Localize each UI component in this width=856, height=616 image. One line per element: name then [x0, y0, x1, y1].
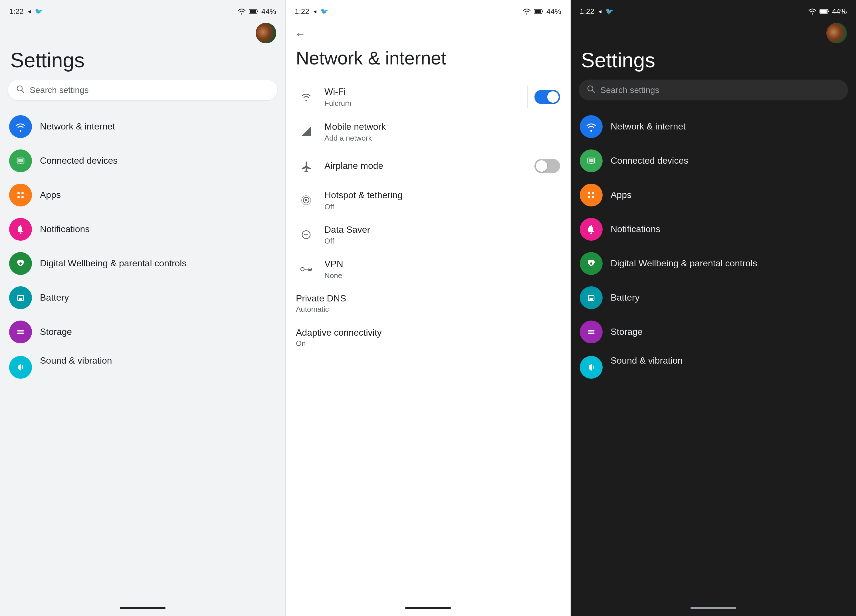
- battery-text-2: 44%: [547, 7, 561, 16]
- hotspot-text: Hotspot & tethering Off: [325, 189, 560, 211]
- datasaver-label: Data Saver: [325, 224, 560, 236]
- location-icon-2: ◂: [313, 8, 316, 15]
- settings-item-apps-3[interactable]: Apps: [571, 178, 856, 212]
- network-item-datasaver[interactable]: Data Saver Off: [286, 218, 570, 252]
- adaptive-sublabel: On: [296, 339, 560, 348]
- wifi-toggle-thumb: [547, 91, 559, 103]
- svg-point-9: [17, 192, 20, 194]
- notifications-icon-3: [580, 218, 603, 241]
- mobile-row-icon: [296, 121, 316, 142]
- status-bar-left-2: 1:22 ◂ 🐦: [295, 7, 328, 16]
- network-label-3: Network & internet: [611, 121, 686, 133]
- avatar-3[interactable]: [826, 23, 847, 43]
- search-bar-3[interactable]: Search settings: [579, 80, 848, 100]
- status-bar-1: 1:22 ◂ 🐦 44%: [0, 0, 285, 20]
- connected-label-1: Connected devices: [40, 155, 117, 167]
- status-bar-right-2: 44%: [522, 7, 561, 16]
- svg-rect-2: [257, 11, 258, 12]
- settings-item-connected-1[interactable]: Connected devices: [0, 144, 285, 178]
- search-icon-1: [16, 85, 25, 95]
- svg-rect-25: [542, 11, 543, 12]
- storage-label-3: Storage: [611, 326, 643, 338]
- svg-rect-41: [589, 159, 593, 162]
- battery-label-3: Battery: [611, 292, 639, 304]
- svg-rect-37: [828, 11, 829, 12]
- svg-rect-6: [18, 159, 23, 162]
- battery-icon-1: [249, 9, 259, 14]
- settings-item-wellbeing-3[interactable]: Digital Wellbeing & parental controls: [571, 246, 856, 281]
- page-title-3: Settings: [571, 43, 856, 80]
- settings-item-storage-1[interactable]: Storage: [0, 315, 285, 349]
- time-1: 1:22: [9, 7, 24, 16]
- back-button[interactable]: ←: [295, 28, 306, 40]
- svg-rect-34: [309, 269, 311, 270]
- network-item-hotspot[interactable]: Hotspot & tethering Off: [286, 183, 570, 218]
- adaptive-label: Adaptive connectivity: [296, 327, 560, 338]
- avatar-1[interactable]: [256, 23, 276, 43]
- storage-label-1: Storage: [40, 326, 72, 338]
- network-item-adaptive[interactable]: Adaptive connectivity On: [286, 321, 570, 355]
- location-icon-1: ◂: [28, 8, 31, 15]
- wifi-text: Wi-Fi Fulcrum: [325, 86, 520, 108]
- status-bar-3: 1:22 ◂ 🐦 44%: [571, 0, 856, 20]
- sound-icon-3: [580, 356, 603, 379]
- sound-icon-1: [9, 356, 32, 379]
- airplane-text: Airplane mode: [325, 160, 534, 172]
- avatar-container-1: [0, 20, 285, 43]
- notifications-label-1: Notifications: [40, 223, 89, 235]
- settings-item-sound-1[interactable]: Sound & vibration: [0, 349, 285, 384]
- svg-line-4: [22, 91, 24, 92]
- apps-icon-1: [9, 184, 32, 206]
- settings-list-1: Network & internet Connected devices: [0, 109, 285, 616]
- settings-item-sound-3[interactable]: Sound & vibration: [571, 349, 856, 384]
- network-label-1: Network & internet: [40, 121, 115, 133]
- vpn-sublabel: None: [325, 271, 560, 280]
- avatar-image-3: [826, 23, 847, 43]
- settings-item-connected-3[interactable]: Connected devices: [571, 144, 856, 178]
- datasaver-sublabel: Off: [325, 237, 560, 246]
- wifi-icon-3: [808, 8, 817, 15]
- svg-point-15: [19, 263, 22, 265]
- settings-item-storage-3[interactable]: Storage: [571, 315, 856, 349]
- wifi-toggle[interactable]: [534, 90, 560, 104]
- svg-point-49: [591, 225, 592, 227]
- network-item-mobile[interactable]: Mobile network Add a network: [286, 115, 570, 149]
- settings-item-network-1[interactable]: Network & internet: [0, 109, 285, 144]
- settings-item-wellbeing-1[interactable]: Digital Wellbeing & parental controls: [0, 246, 285, 281]
- svg-point-12: [22, 196, 24, 198]
- avatar-image-1: [256, 23, 276, 43]
- airplane-toggle[interactable]: [534, 159, 560, 173]
- mobile-label: Mobile network: [325, 121, 560, 133]
- hotspot-label: Hotspot & tethering: [325, 189, 560, 201]
- connected-icon-1: [9, 149, 32, 172]
- page-title-1: Settings: [0, 43, 285, 80]
- battery-text-3: 44%: [832, 7, 847, 16]
- svg-point-10: [22, 192, 24, 194]
- wifi-sublabel: Fulcrum: [325, 99, 520, 108]
- network-item-dns[interactable]: Private DNS Automatic: [286, 286, 570, 321]
- search-bar-1[interactable]: Search settings: [8, 80, 277, 100]
- settings-item-notifications-1[interactable]: Notifications: [0, 212, 285, 246]
- settings-item-apps-1[interactable]: Apps: [0, 178, 285, 212]
- battery-icon-3: [819, 9, 829, 14]
- svg-point-31: [301, 267, 304, 271]
- settings-item-battery-1[interactable]: Battery: [0, 281, 285, 315]
- settings-item-network-3[interactable]: Network & internet: [571, 109, 856, 144]
- svg-marker-26: [301, 126, 311, 136]
- time-2: 1:22: [295, 7, 309, 16]
- settings-item-notifications-3[interactable]: Notifications: [571, 212, 856, 246]
- twitter-icon-1: 🐦: [35, 8, 43, 15]
- svg-marker-22: [18, 364, 21, 371]
- notifications-icon-1: [9, 218, 32, 241]
- svg-point-45: [592, 192, 594, 194]
- svg-point-50: [590, 263, 592, 265]
- network-item-wifi[interactable]: Wi-Fi Fulcrum: [286, 79, 570, 115]
- network-item-vpn[interactable]: VPN None: [286, 252, 570, 286]
- airplane-label: Airplane mode: [325, 160, 534, 172]
- settings-item-battery-3[interactable]: Battery: [571, 281, 856, 315]
- network-item-airplane[interactable]: Airplane mode: [286, 149, 570, 183]
- airplane-toggle-container: [534, 159, 560, 173]
- battery-text-1: 44%: [261, 7, 276, 16]
- svg-rect-17: [19, 298, 22, 300]
- wifi-toggle-container: [534, 90, 560, 104]
